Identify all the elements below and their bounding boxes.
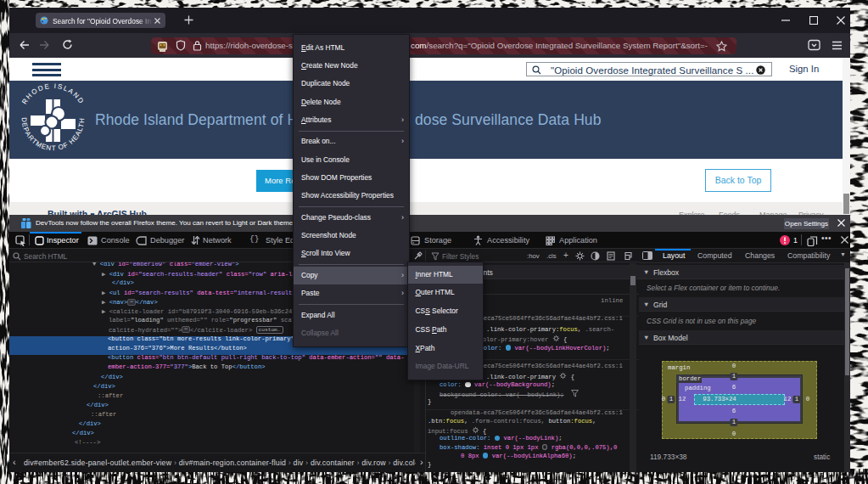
- svg-text:RHODE ISLAND: RHODE ISLAND: [20, 83, 86, 105]
